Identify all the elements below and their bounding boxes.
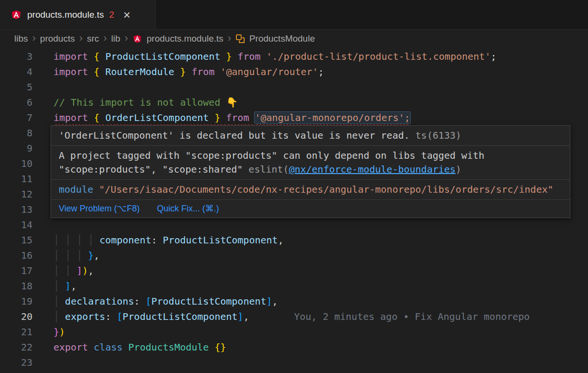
eslint-rule-link[interactable]: @nx/enforce-module-boundaries — [289, 164, 456, 175]
line-number[interactable]: 12 — [0, 186, 32, 202]
code-token: exports — [65, 311, 105, 322]
angular-icon — [132, 34, 142, 44]
line-number[interactable]: 11 — [0, 171, 32, 186]
line-number[interactable]: 9 — [0, 141, 32, 156]
code-token: {} — [214, 341, 226, 353]
indent-guide: │ — [53, 311, 65, 322]
symbol-class-icon — [235, 34, 245, 44]
line-number[interactable]: 6 — [0, 95, 32, 110]
code-text: import { ProductListComponent } from './… — [32, 49, 496, 64]
line-number[interactable]: 4 — [0, 64, 32, 79]
code-token: class — [94, 341, 128, 353]
breadcrumb-item-libs[interactable]: libs — [14, 33, 28, 44]
code-token: export — [53, 341, 94, 353]
line-number[interactable]: 19 — [0, 294, 32, 309]
code-text — [32, 217, 53, 232]
angular-icon — [11, 9, 22, 21]
tab-products-module[interactable]: products.module.ts 2 × — [0, 0, 156, 29]
breadcrumb-item-file[interactable]: products.module.ts — [147, 33, 224, 44]
quick-fix-button[interactable]: Quick Fix... (⌘.) — [157, 202, 219, 216]
code-line[interactable]: 20│ exports: [ProductListComponent],You,… — [0, 309, 588, 324]
code-token: RouterModule — [105, 66, 174, 77]
code-token: '@angular/router' — [220, 66, 318, 77]
view-problem-button[interactable]: View Problem (⌥F8) — [59, 202, 139, 216]
code-line[interactable]: 17│ │ ]), — [0, 263, 588, 278]
code-token: , — [278, 234, 284, 246]
hover-text: 'OrderListComponent' is declared but its… — [59, 130, 410, 141]
code-token: ProductListComponent — [123, 311, 238, 322]
hover-actions: View Problem (⌥F8)Quick Fix... (⌘.) — [51, 200, 570, 218]
code-text: │ │ │ │ component: ProductListComponent, — [32, 232, 284, 248]
code-line[interactable]: 5 — [0, 79, 588, 95]
line-number[interactable]: 18 — [0, 278, 32, 294]
code-line[interactable]: 4import { RouterModule } from '@angular/… — [0, 64, 588, 79]
breadcrumb-item-src[interactable]: src — [87, 33, 99, 44]
code-text: import { OrderListComponent } from '@ang… — [32, 110, 410, 125]
code-token: } — [220, 51, 232, 62]
code-line[interactable]: 6// This import is not allowed 👇 — [0, 95, 588, 110]
line-number[interactable]: 22 — [0, 340, 32, 355]
line-number[interactable]: 13 — [0, 202, 32, 217]
code-token: ] — [267, 296, 272, 307]
code-token: , — [94, 250, 99, 261]
line-number[interactable]: 8 — [0, 125, 32, 141]
code-line[interactable]: 22export class ProductsModule {} — [0, 340, 588, 355]
code-token: [ — [146, 296, 151, 307]
line-number[interactable]: 10 — [0, 156, 32, 171]
breadcrumb-item-symbol[interactable]: ProductsModule — [249, 33, 315, 44]
code-token: ; — [318, 66, 324, 77]
code-text: │ declarations: [ProductListComponent], — [32, 294, 278, 309]
indent-guide: │ │ — [53, 265, 76, 276]
line-number[interactable]: 7 — [0, 110, 32, 125]
code-token: OrderListComponent — [105, 112, 209, 123]
code-token: : — [105, 311, 117, 322]
code-line[interactable]: 16│ │ │ }, — [0, 248, 588, 263]
code-token: { — [94, 112, 105, 123]
code-token: component — [99, 234, 151, 246]
code-token — [232, 51, 237, 62]
code-token: from — [192, 66, 220, 77]
line-number[interactable]: 15 — [0, 232, 32, 248]
code-token: ] — [65, 280, 71, 292]
chevron-right-icon: › — [228, 33, 231, 44]
line-number[interactable]: 16 — [0, 248, 32, 263]
breadcrumb-item-lib[interactable]: lib — [111, 33, 120, 44]
code-line[interactable]: 7import { OrderListComponent } from '@an… — [0, 110, 588, 125]
code-text: }) — [32, 324, 65, 340]
code-token: from — [226, 112, 255, 123]
code-token: ] — [76, 265, 82, 276]
code-token: from — [237, 51, 266, 62]
code-line[interactable]: 18│ ], — [0, 278, 588, 294]
code-token: import — [53, 112, 94, 123]
code-token: ProductListComponent — [105, 51, 220, 62]
code-line[interactable]: 14 — [0, 217, 588, 232]
tab-problems-badge: 2 — [109, 10, 115, 20]
code-token: } — [53, 326, 59, 338]
code-line[interactable]: 23 — [0, 355, 588, 370]
indent-guide: │ — [53, 296, 65, 307]
code-token: , — [88, 265, 94, 276]
hover-text: ts(6133) — [410, 130, 461, 141]
line-number[interactable]: 3 — [0, 49, 32, 64]
code-line[interactable]: 19│ declarations: [ProductListComponent]… — [0, 294, 588, 309]
line-number[interactable]: 23 — [0, 355, 32, 370]
code-line[interactable]: 3import { ProductListComponent } from '.… — [0, 49, 588, 64]
chevron-right-icon: › — [125, 33, 128, 44]
hover-text: "/Users/isaac/Documents/code/nx-recipes/… — [99, 184, 553, 195]
code-text: │ │ ]), — [32, 263, 94, 278]
line-number[interactable]: 5 — [0, 79, 32, 95]
editor[interactable]: 3import { ProductListComponent } from '.… — [0, 48, 588, 373]
code-line[interactable]: 15│ │ │ │ component: ProductListComponen… — [0, 232, 588, 248]
close-icon[interactable]: × — [123, 9, 130, 21]
breadcrumb-item-products[interactable]: products — [40, 33, 75, 44]
chevron-right-icon: › — [32, 33, 36, 44]
code-line[interactable]: 21}) — [0, 324, 588, 340]
line-number[interactable]: 14 — [0, 217, 32, 232]
line-number[interactable]: 20 — [0, 309, 32, 324]
line-number[interactable]: 17 — [0, 263, 32, 278]
hover-text: eslint( — [248, 164, 289, 175]
code-token: ; — [491, 51, 496, 62]
line-number[interactable]: 21 — [0, 324, 32, 340]
code-token: 👇 — [226, 97, 238, 108]
code-text: │ exports: [ProductListComponent],You, 2… — [32, 309, 530, 324]
